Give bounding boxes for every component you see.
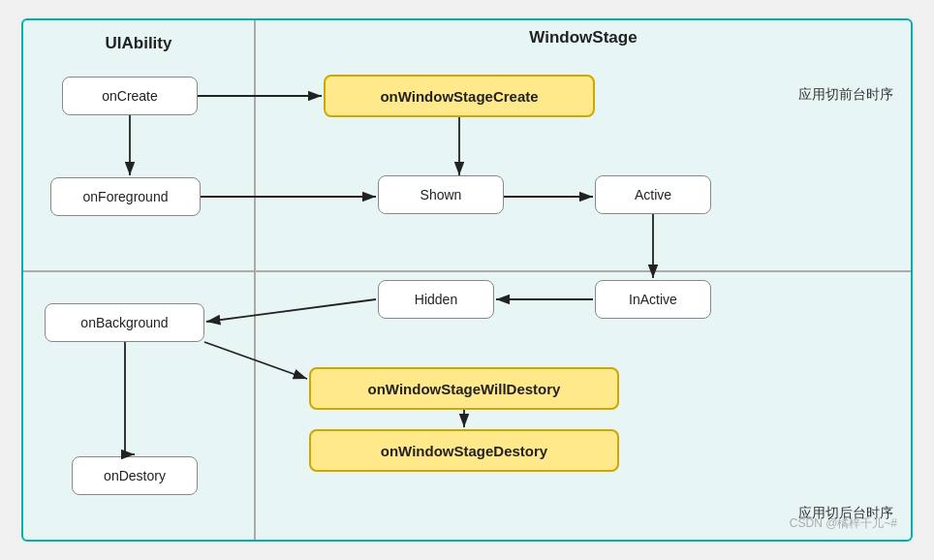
- node-inactive: InActive: [595, 280, 711, 319]
- node-onwindowstagedestory: onWindowStageDestory: [309, 429, 619, 472]
- node-onforeground: onForeground: [50, 177, 201, 216]
- watermark: CSDN @橘梓千儿~#: [790, 515, 897, 532]
- node-ondestory: onDestory: [72, 456, 198, 495]
- node-hidden: Hidden: [378, 280, 494, 319]
- node-oncreate: onCreate: [62, 77, 198, 115]
- annotation-top: 应用切前台时序: [798, 86, 893, 104]
- node-active: Active: [595, 175, 711, 214]
- h-divider: [23, 270, 911, 272]
- node-onbackground: onBackground: [45, 303, 204, 342]
- diagram-container: UIAbility WindowStage 应用切前台时序 应用切后台时序 on…: [21, 18, 913, 542]
- node-shown: Shown: [378, 175, 504, 214]
- node-onwindowstagewilldestory: onWindowStageWillDestory: [309, 367, 619, 410]
- node-onwindowstagecreate: onWindowStageCreate: [324, 75, 595, 117]
- right-panel-title: WindowStage: [529, 18, 637, 52]
- left-panel-title: UIAbility: [23, 30, 254, 57]
